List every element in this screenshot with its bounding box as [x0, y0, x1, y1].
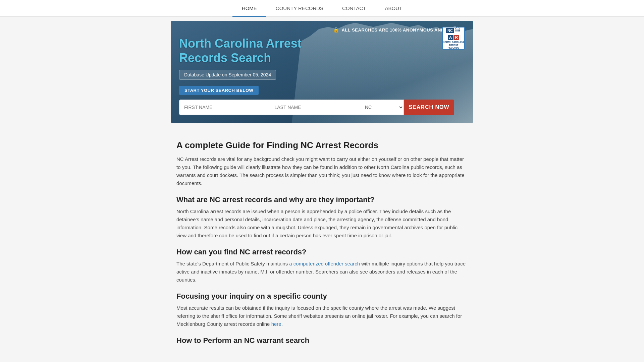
- database-update-badge: Database Update on September 05, 2024: [179, 70, 276, 80]
- here-link[interactable]: here: [271, 321, 281, 327]
- computerized-offender-search-link[interactable]: a computerized offender search: [289, 261, 360, 266]
- logo-r-text: R: [454, 35, 460, 40]
- secure-badge: 🔒 ALL SEARCHES ARE 100% ANONYMOUS AND SE…: [179, 27, 465, 33]
- nav-county-records[interactable]: COUNTY RECORDS: [266, 0, 333, 17]
- nav-about[interactable]: ABOUT: [375, 0, 412, 17]
- divider: [171, 123, 473, 123]
- logo-a-text: A: [448, 35, 453, 40]
- logo-line2: ARREST RECORDS: [443, 44, 464, 50]
- section2-heading: How can you find NC arrest records?: [176, 248, 468, 256]
- nav-contact[interactable]: CONTACT: [333, 0, 375, 17]
- hero-content: 🔒 ALL SEARCHES ARE 100% ANONYMOUS AND SE…: [171, 21, 473, 115]
- hero-title: North Carolina Arrest Records Search: [179, 36, 333, 65]
- logo-columns-icon: 🏛: [455, 27, 461, 34]
- shield-icon: 🔒: [333, 27, 340, 33]
- hero-section: NC 🏛 A R NORTH CAROLINA ARREST RECORDS 🔒…: [171, 21, 473, 123]
- last-name-input[interactable]: [270, 100, 361, 115]
- logo-line1: NORTH CAROLINA: [443, 41, 464, 44]
- section1-text: North Carolina arrest records are issued…: [176, 207, 468, 240]
- main-nav: HOME COUNTY RECORDS CONTACT ABOUT: [0, 0, 644, 17]
- section3-heading: Focusing your inquiry on a specific coun…: [176, 292, 468, 301]
- intro-paragraph: NC Arrest records are vital for any back…: [176, 155, 468, 187]
- section1-heading: What are NC arrest records and why are t…: [176, 195, 468, 204]
- main-content: A complete Guide for Finding NC Arrest R…: [171, 130, 473, 362]
- nav-home[interactable]: HOME: [232, 0, 266, 17]
- site-logo: NC 🏛 A R NORTH CAROLINA ARREST RECORDS: [442, 27, 465, 50]
- main-heading: A complete Guide for Finding NC Arrest R…: [176, 140, 468, 150]
- section3-text-before: Most accurate results can be obtained if…: [176, 305, 462, 327]
- logo-nc-text: NC: [446, 28, 454, 33]
- state-select[interactable]: NC ALAKAZAR CACOCTDE FLGAHIID ILINIAKS K…: [360, 100, 404, 115]
- section2-text-before: The state's Department of Public Safety …: [176, 261, 289, 266]
- search-button[interactable]: SEARCH NOW: [404, 100, 454, 115]
- first-name-input[interactable]: [179, 100, 270, 115]
- section3-text-after: .: [281, 321, 283, 327]
- section4-heading: How to Perform an NC warrant search: [176, 336, 468, 345]
- search-label: START YOUR SEARCH BELOW: [179, 86, 259, 95]
- search-form: NC ALAKAZAR CACOCTDE FLGAHIID ILINIAKS K…: [179, 100, 454, 115]
- section3-paragraph: Most accurate results can be obtained if…: [176, 304, 468, 328]
- section2-paragraph: The state's Department of Public Safety …: [176, 260, 468, 284]
